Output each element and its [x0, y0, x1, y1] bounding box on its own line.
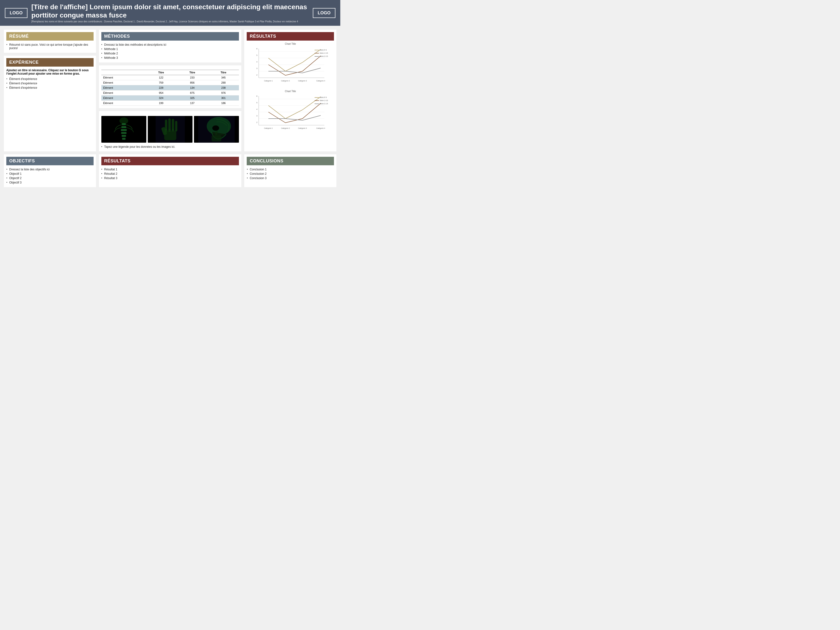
- table-cell-v1: 228: [145, 85, 177, 90]
- methode-item-0: Dressez la liste des méthodes et descrip…: [101, 43, 239, 47]
- data-table: Titre Titre Titre Élément 122 233 345 Él…: [101, 70, 239, 106]
- experience-item-2: Élément d'expérience: [6, 85, 93, 90]
- table-cell-v1: 122: [145, 75, 177, 80]
- table-cell-v3: 186: [208, 101, 239, 106]
- methode-item-1: Méthode 1: [101, 47, 239, 51]
- table-cell-v2: 137: [177, 101, 208, 106]
- svg-point-20: [212, 125, 219, 131]
- poster-title: [Titre de l'affiche] Lorem ipsum dolor s…: [32, 3, 309, 19]
- objectif-item-0: Dressez la liste des objectifs ici: [6, 167, 93, 172]
- svg-point-1: [119, 117, 128, 124]
- methodes-header: MÉTHODES: [101, 32, 239, 41]
- svg-text:4: 4: [256, 108, 257, 111]
- table-cell-v3: 345: [208, 75, 239, 80]
- page-header: LOGO [Titre de l'affiche] Lorem ipsum do…: [0, 0, 340, 26]
- conclusions-section: CONCLUSIONS Conclusion 1 Conclusion 2 Co…: [244, 154, 336, 187]
- svg-text:2: 2: [256, 121, 257, 123]
- main-content: RÉSUMÉ Résumé ici sans puce. Voici ce qu…: [0, 26, 340, 194]
- objectif-item-2: Objectif 2: [6, 176, 93, 180]
- logo-right: LOGO: [313, 8, 335, 18]
- resultat-item-0: Résultat 1: [101, 167, 239, 172]
- header-title-block: [Titre de l'affiche] Lorem ipsum dolor s…: [32, 3, 309, 23]
- svg-text:Catégorie 2: Catégorie 2: [281, 80, 290, 82]
- table-cell-label: Élément: [101, 101, 145, 106]
- svg-text:5: 5: [256, 102, 257, 104]
- conclusion-item-1: Conclusion 2: [247, 172, 334, 176]
- svg-rect-7: [122, 138, 125, 140]
- table-row: Élément 324 325 301: [101, 96, 239, 101]
- svg-text:3: 3: [256, 67, 257, 69]
- objectifs-list: Dressez la liste des objectifs ici Objec…: [6, 167, 93, 185]
- table-cell-v2: 325: [177, 96, 208, 101]
- svg-text:Série 2 2.5: Série 2 2.5: [320, 103, 328, 104]
- resume-list: Résumé ici sans puce. Voici ce qui arriv…: [6, 43, 93, 50]
- table-cell-v2: 134: [177, 85, 208, 90]
- col-header-2: Titre: [177, 70, 208, 75]
- resultats-bottom-header: RÉSULTATS: [101, 157, 239, 165]
- xray-spine: [101, 116, 146, 143]
- svg-rect-21: [212, 136, 221, 142]
- resultats-bottom-section: RÉSULTATS Résultat 1 Résultat 2 Résultat…: [99, 154, 242, 187]
- col-header-1: Titre: [145, 70, 177, 75]
- methode-item-3: Méthode 3: [101, 56, 239, 60]
- chart-2-title: Chart Title: [247, 90, 334, 93]
- resultats-bottom-list: Résultat 1 Résultat 2 Résultat 3: [101, 167, 239, 180]
- table-cell-v1: 324: [145, 96, 177, 101]
- table-cell-label: Élément: [101, 85, 145, 90]
- svg-text:Catégorie 3: Catégorie 3: [298, 80, 307, 82]
- table-row: Élément 759 856 290: [101, 80, 239, 85]
- svg-text:Catégorie 1: Catégorie 1: [264, 127, 273, 129]
- image-caption-item: Tapez une légende pour les données ou le…: [101, 145, 239, 149]
- objectifs-header: OBJECTIFS: [6, 157, 93, 165]
- xray-images-row: [101, 116, 239, 143]
- svg-text:Série 9 S: Série 9 S: [320, 49, 327, 51]
- svg-rect-11: [168, 118, 171, 132]
- svg-rect-60: [315, 97, 319, 98]
- conclusion-item-2: Conclusion 3: [247, 176, 334, 180]
- methode-item-2: Méthode 2: [101, 51, 239, 56]
- chart-2-container: Chart Title 6 5 4 3 2 Catégorie 1: [247, 90, 334, 133]
- column-2: MÉTHODES Dressez la liste des méthodes e…: [99, 30, 242, 152]
- svg-rect-6: [122, 135, 126, 137]
- resultats-top-header: RÉSULTATS: [247, 32, 334, 41]
- svg-text:Catégorie 1: Catégorie 1: [264, 80, 273, 82]
- chart-1-title: Chart Title: [247, 43, 334, 45]
- conclusions-list: Conclusion 1 Conclusion 2 Conclusion 3: [247, 167, 334, 180]
- conclusion-item-0: Conclusion 1: [247, 167, 334, 172]
- table-cell-v2: 875: [177, 90, 208, 96]
- table-row: Élément 122 233 345: [101, 75, 239, 80]
- bottom-row: OBJECTIFS Dressez la liste des objectifs…: [4, 154, 336, 187]
- svg-text:4: 4: [256, 61, 257, 63]
- experience-item-1: Élément d'expérience: [6, 81, 93, 85]
- svg-text:6: 6: [256, 47, 257, 50]
- table-cell-label: Élément: [101, 75, 145, 80]
- objectif-item-3: Objectif 3: [6, 180, 93, 185]
- resume-section: RÉSUMÉ Résumé ici sans puce. Voici ce qu…: [4, 30, 96, 53]
- table-cell-v3: 301: [208, 96, 239, 101]
- chart-2-wrap: 6 5 4 3 2 Catégorie 1 Catégorie 2 Catégo…: [247, 93, 334, 133]
- svg-rect-12: [172, 119, 174, 131]
- svg-text:Catégorie 4: Catégorie 4: [316, 127, 325, 129]
- table-cell-label: Élément: [101, 90, 145, 96]
- svg-text:Série 1 0.5: Série 1 0.5: [320, 99, 328, 101]
- table-cell-v1: 199: [145, 101, 177, 106]
- col-header-3: Titre: [208, 70, 239, 75]
- chart-1-container: Chart Title 6 5 4 3 2 Catégorie 1: [247, 43, 334, 86]
- column-1: RÉSUMÉ Résumé ici sans puce. Voici ce qu…: [4, 30, 96, 152]
- logo-left: LOGO: [5, 8, 27, 18]
- objectif-item-1: Objectif 1: [6, 172, 93, 176]
- experience-item-0: Élément d'expérience: [6, 77, 93, 81]
- xray-hand: [148, 116, 193, 143]
- conclusions-header: CONCLUSIONS: [247, 157, 334, 165]
- table-cell-v1: 954: [145, 90, 177, 96]
- images-section: Tapez une légende pour les données ou le…: [99, 111, 242, 152]
- svg-text:Série 2 2.5: Série 2 2.5: [320, 55, 328, 57]
- table-cell-v2: 856: [177, 80, 208, 85]
- chart-2-svg: 6 5 4 3 2 Catégorie 1 Catégorie 2 Catégo…: [247, 93, 334, 133]
- svg-text:Catégorie 3: Catégorie 3: [298, 127, 307, 129]
- table-cell-v2: 233: [177, 75, 208, 80]
- objectifs-section: OBJECTIFS Dressez la liste des objectifs…: [4, 154, 96, 187]
- svg-text:Catégorie 4: Catégorie 4: [316, 80, 325, 82]
- table-cell-v1: 759: [145, 80, 177, 85]
- svg-rect-38: [315, 50, 319, 50]
